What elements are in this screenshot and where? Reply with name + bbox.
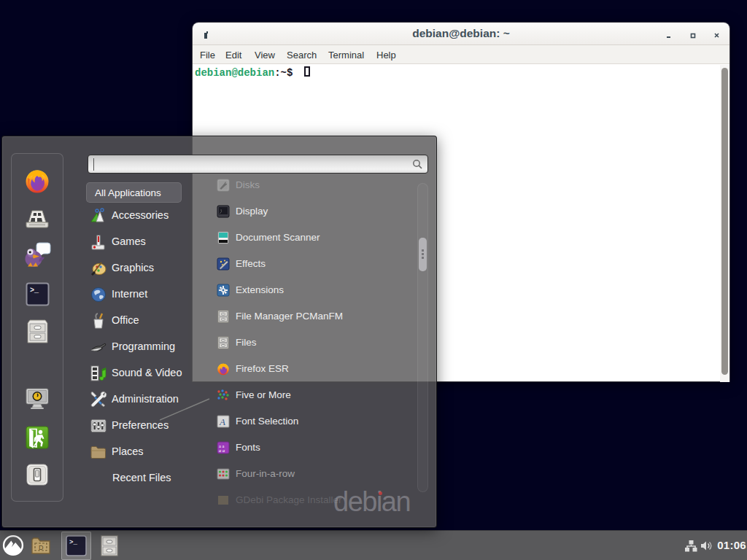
svg-text:D: D — [39, 544, 44, 551]
svg-text:>_: >_ — [30, 287, 39, 295]
svg-text:>_: >_ — [69, 539, 77, 546]
svg-text:A: A — [219, 416, 225, 427]
svg-text:a a: a a — [219, 448, 225, 453]
